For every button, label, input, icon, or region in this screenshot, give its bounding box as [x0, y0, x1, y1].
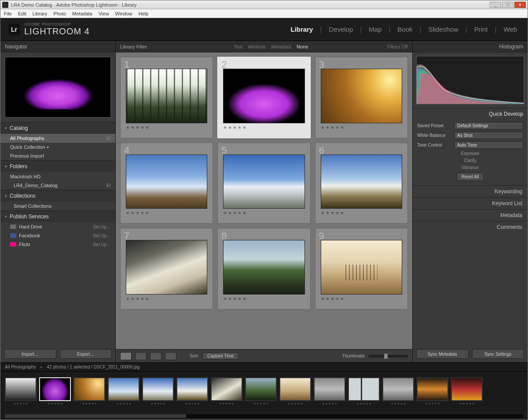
filmstrip-rating[interactable]: ★★★★★: [253, 402, 269, 405]
publish-service-row[interactable]: Hard DriveSet Up…: [0, 222, 115, 231]
filmstrip-cell[interactable]: ★★★★★: [382, 377, 414, 405]
filmstrip-rating[interactable]: ★★★★★: [288, 402, 303, 405]
filmstrip-rating[interactable]: ★★★★★: [82, 402, 97, 405]
filmstrip-rating[interactable]: ★★★★★: [116, 402, 132, 405]
rating-stars[interactable]: ★★★★★: [126, 210, 150, 215]
filter-text[interactable]: Text: [234, 44, 242, 49]
histogram-header[interactable]: Histogram: [413, 41, 528, 52]
volume-row[interactable]: Macintosh HD: [0, 172, 115, 181]
publish-service-row[interactable]: FlickrSet Up…: [0, 240, 115, 249]
import-button[interactable]: Import…: [4, 349, 56, 359]
filmstrip-rating[interactable]: ★★★★★: [459, 402, 475, 405]
menu-photo[interactable]: Photo: [53, 11, 66, 16]
folder-row[interactable]: LR4_Demo_Catalog 42: [0, 181, 115, 190]
filmstrip-cell[interactable]: ★★★★★: [142, 377, 174, 405]
window-minimize-button[interactable]: _: [490, 2, 501, 8]
menu-metadata[interactable]: Metadata: [72, 11, 92, 16]
quick-develop-header[interactable]: Quick Develop: [413, 108, 528, 118]
filmstrip-scrollbar[interactable]: [5, 414, 523, 418]
menu-library[interactable]: Library: [33, 11, 48, 16]
filmstrip-cell[interactable]: ★★★★★: [314, 377, 345, 405]
sort-dropdown[interactable]: Capture Time: [202, 352, 238, 360]
filmstrip-rating[interactable]: ★★★★★: [391, 402, 406, 405]
survey-view-button[interactable]: [165, 352, 176, 360]
rating-stars[interactable]: ★★★★★: [223, 125, 247, 130]
filmstrip-rating[interactable]: ★★★★★: [356, 402, 372, 405]
navigator-header[interactable]: Navigator: [0, 41, 115, 52]
grid-cell[interactable]: 7★★★★★: [120, 228, 213, 309]
filmstrip-cell[interactable]: ★★★★★: [211, 377, 242, 405]
grid-cell[interactable]: 3★★★★★: [315, 57, 408, 138]
catalog-row[interactable]: Previous Import: [0, 151, 115, 160]
window-close-button[interactable]: ✕: [514, 2, 526, 8]
filmstrip-rating[interactable]: ★★★★★: [150, 402, 166, 405]
panel-comments[interactable]: Comments: [413, 221, 528, 233]
panel-keyword-list[interactable]: Keyword List: [413, 197, 528, 209]
collections-header[interactable]: Collections: [0, 190, 115, 202]
thumbnail-size-slider[interactable]: [368, 355, 408, 357]
rating-stars[interactable]: ★★★★★: [126, 125, 150, 130]
filmstrip-cell[interactable]: ★★★★★: [176, 377, 208, 405]
sync-settings-button[interactable]: Sync Settings: [472, 349, 524, 359]
grid-cell[interactable]: 9★★★★★: [315, 228, 408, 309]
menu-file[interactable]: File: [4, 11, 12, 16]
filmstrip-cell[interactable]: ★★★★★: [279, 377, 311, 405]
filters-off[interactable]: Filters Off: [387, 44, 408, 49]
filter-attribute[interactable]: Attribute: [248, 44, 266, 49]
menu-view[interactable]: View: [99, 11, 109, 16]
rating-stars[interactable]: ★★★★★: [223, 210, 247, 215]
histogram[interactable]: [416, 56, 524, 104]
rating-stars[interactable]: ★★★★★: [321, 210, 345, 215]
module-map[interactable]: Map: [366, 25, 384, 34]
filmstrip-cell[interactable]: ★★★★★: [39, 377, 71, 405]
rating-stars[interactable]: ★★★★★: [223, 296, 247, 301]
publish-service-row[interactable]: FacebookSet Up…: [0, 231, 115, 240]
catalog-row[interactable]: All Photographs42: [0, 134, 115, 143]
grid-cell[interactable]: 1★★★★★: [120, 57, 213, 138]
catalog-header[interactable]: Catalog: [0, 122, 115, 134]
grid-view-button[interactable]: [120, 352, 132, 360]
grid-cell[interactable]: 4★★★★★: [120, 143, 213, 224]
breadcrumb[interactable]: All Photographs: [5, 365, 36, 369]
filmstrip-rating[interactable]: ★★★★★: [48, 402, 63, 405]
folders-header[interactable]: Folders: [0, 161, 115, 172]
window-maximize-button[interactable]: □: [502, 2, 513, 8]
grid-view[interactable]: 1★★★★★2★★★★★3★★★★★4★★★★★5★★★★★6★★★★★7★★★…: [116, 52, 412, 349]
grid-cell[interactable]: 8★★★★★: [217, 228, 310, 309]
filmstrip-rating[interactable]: ★★★★★: [185, 402, 200, 405]
module-web[interactable]: Web: [501, 25, 520, 34]
reset-all-button[interactable]: Reset All: [457, 173, 484, 181]
module-develop[interactable]: Develop: [326, 25, 356, 34]
filmstrip-cell[interactable]: ★★★★★: [245, 377, 277, 405]
filmstrip-rating[interactable]: ★★★★★: [322, 402, 337, 405]
rating-stars[interactable]: ★★★★★: [321, 296, 345, 301]
filmstrip-cell[interactable]: ★★★★★: [348, 377, 380, 405]
module-print[interactable]: Print: [472, 25, 491, 34]
compare-view-button[interactable]: [150, 352, 161, 360]
filmstrip-rating[interactable]: ★★★★★: [13, 402, 29, 405]
module-book[interactable]: Book: [395, 25, 415, 34]
menu-window[interactable]: Window: [115, 11, 132, 16]
filmstrip-cell[interactable]: ★★★★★: [417, 377, 448, 405]
filmstrip-rating[interactable]: ★★★★★: [425, 402, 440, 405]
publish-header[interactable]: Publish Services: [0, 211, 115, 222]
grid-cell[interactable]: 5★★★★★: [217, 143, 310, 224]
panel-keywording[interactable]: Keywording: [413, 185, 528, 197]
grid-cell[interactable]: 6★★★★★: [315, 143, 408, 224]
module-library[interactable]: Library: [288, 25, 315, 34]
tone-control-button[interactable]: Auto Tone: [454, 141, 523, 149]
rating-stars[interactable]: ★★★★★: [321, 125, 345, 130]
menu-edit[interactable]: Edit: [18, 11, 26, 16]
rating-stars[interactable]: ★★★★★: [126, 296, 150, 301]
collection-row[interactable]: Smart Collections: [0, 202, 115, 210]
filter-none[interactable]: None: [297, 44, 308, 49]
filmstrip-cell[interactable]: ★★★★★: [73, 377, 105, 405]
white-balance-dropdown[interactable]: As Shot: [454, 132, 523, 139]
window-titlebar[interactable]: LR4 Demo Catalog - Adobe Photoshop Light…: [0, 0, 528, 9]
filter-metadata[interactable]: Metadata: [271, 44, 291, 49]
module-slideshow[interactable]: Slideshow: [425, 25, 461, 34]
sync-metadata-button[interactable]: Sync Metadata: [416, 349, 469, 359]
export-button[interactable]: Export…: [60, 349, 112, 359]
saved-preset-dropdown[interactable]: Default Settings: [454, 122, 523, 129]
filmstrip[interactable]: ★★★★★★★★★★★★★★★★★★★★★★★★★★★★★★★★★★★★★★★★…: [0, 371, 528, 414]
